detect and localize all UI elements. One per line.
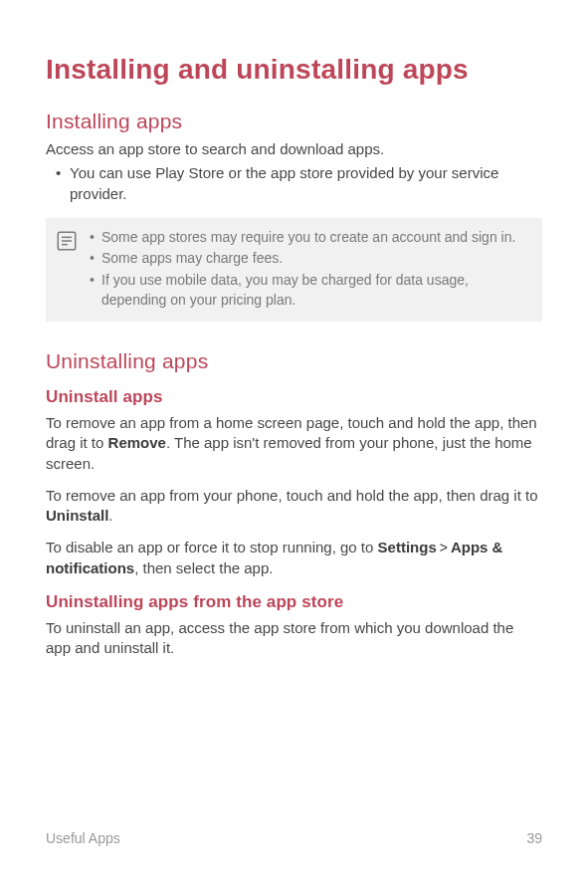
page-title: Installing and uninstalling apps [46,54,542,86]
footer-section-label: Useful Apps [46,830,120,846]
note-box: Some app stores may require you to creat… [46,218,542,322]
page-number: 39 [526,830,542,846]
body-text: To disable an app or force it to stop ru… [46,538,542,578]
bold-remove: Remove [108,434,166,451]
list-item: Some apps may charge fees. [90,249,530,269]
bold-uninstall: Uninstall [46,507,108,524]
list-item: If you use mobile data, you may be charg… [90,271,530,310]
bold-settings: Settings [378,539,437,555]
text-run: To disable an app or force it to stop ru… [46,539,378,555]
section-heading-installing: Installing apps [46,110,542,133]
subheading-uninstall-apps: Uninstall apps [46,387,542,407]
text-run: , then select the app. [134,559,273,576]
body-text: To remove an app from a home screen page… [46,413,542,474]
bullet-list: You can use Play Store or the app store … [46,163,542,204]
text-run: . [108,507,112,524]
text-run: To remove an app from your phone, touch … [46,487,538,504]
body-text: To uninstall an app, access the app stor… [46,618,542,659]
note-list: Some app stores may require you to creat… [90,228,530,312]
section-heading-uninstalling: Uninstalling apps [46,349,542,373]
list-item: You can use Play Store or the app store … [70,163,542,204]
subheading-uninstall-from-store: Uninstalling apps from the app store [46,592,542,612]
intro-text: Access an app store to search and downlo… [46,139,542,159]
chevron-icon: > [437,540,451,555]
note-icon [56,230,78,252]
body-text: To remove an app from your phone, touch … [46,486,542,527]
list-item: Some app stores may require you to creat… [90,228,530,248]
page-footer: Useful Apps 39 [46,830,542,846]
